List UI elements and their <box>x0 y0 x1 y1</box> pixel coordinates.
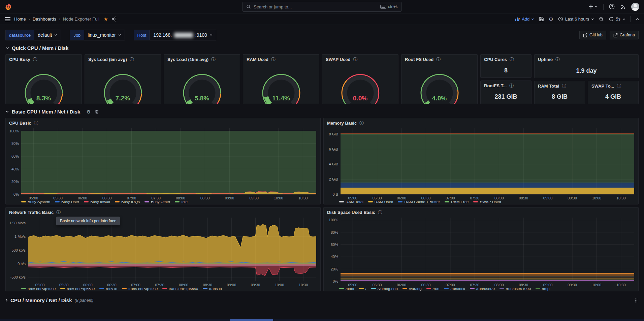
legend-series-label: Busy Iowait <box>90 201 110 204</box>
dashboard-settings-icon[interactable]: ⚙ <box>549 17 553 22</box>
panel-header[interactable]: Memory Basic ⓘ <box>324 118 638 126</box>
disk-space-chart[interactable]: 0%20%40%60%80%100%05:0005:3006:0006:3007… <box>325 216 637 288</box>
svg-text:60%: 60% <box>331 243 338 247</box>
panel-header[interactable]: CPU Busy ⓘ <box>6 55 82 62</box>
user-avatar[interactable] <box>631 3 639 11</box>
info-icon[interactable]: ⓘ <box>359 121 364 125</box>
grafana-link[interactable]: Grafana <box>610 31 639 39</box>
panel-header[interactable]: Sys Load (5m avg) ⓘ <box>85 55 161 62</box>
info-icon[interactable]: ⓘ <box>378 210 382 215</box>
panel-title: CPU Cores <box>484 57 507 62</box>
share-icon[interactable] <box>111 17 117 22</box>
favorite-star-icon[interactable]: ★ <box>103 16 108 22</box>
svg-text:07:00: 07:00 <box>131 283 140 287</box>
network-traffic-chart[interactable]: -500 kb/s0 b/s500 kb/s1 Mb/s1.50 Mb/s05:… <box>7 216 319 288</box>
row-header-quick[interactable]: Quick CPU / Mem / Disk <box>5 45 639 51</box>
row-settings-icon[interactable]: ⚙ <box>86 109 91 114</box>
info-icon[interactable]: ⓘ <box>33 57 37 62</box>
info-icon[interactable]: ⓘ <box>130 57 134 62</box>
github-link[interactable]: GitHub <box>579 31 606 39</box>
breadcrumb-home[interactable]: Home <box>14 17 26 22</box>
grafana-logo-icon[interactable] <box>5 3 12 10</box>
info-icon[interactable]: ⓘ <box>562 84 566 88</box>
panel-cpu-busy: CPU Busy ⓘ 8.3% <box>5 54 82 104</box>
time-range-picker[interactable]: Last 6 hours <box>558 17 594 22</box>
panel-header[interactable]: Disk Space Used Basic ⓘ <box>324 207 638 215</box>
next-row-panel-edge <box>230 319 273 321</box>
variable-label[interactable]: datasource <box>5 30 34 40</box>
divider <box>603 4 604 10</box>
info-icon[interactable]: ⓘ <box>34 121 38 125</box>
variable-label[interactable]: Job <box>70 30 84 40</box>
panel-header[interactable]: RootFS T... ⓘ <box>481 81 531 88</box>
dashboard-content: datasource default Job linux_monitor Hos… <box>0 25 644 305</box>
cpu-basic-chart[interactable]: 0%20%40%60%80%100%05:0005:3006:0006:3007… <box>7 126 319 201</box>
row-header-basic[interactable]: Basic CPU / Mem / Net / Disk ⚙ <box>5 109 639 115</box>
top-bar: Search or jump to... ctrl+k <box>0 0 644 13</box>
panel-header[interactable]: Sys Load (15m avg) ⓘ <box>164 55 240 62</box>
breadcrumb-current: Node Exporter Full <box>63 17 99 22</box>
legend-series-color <box>84 201 89 202</box>
svg-text:-500 kb/s: -500 kb/s <box>10 275 26 279</box>
info-icon[interactable]: ⓘ <box>271 57 276 62</box>
legend-series-label: /run/lock <box>450 288 465 291</box>
legend-series-color <box>339 288 344 289</box>
legend-series-label: /run <box>433 288 440 291</box>
svg-text:10:00: 10:00 <box>275 283 284 287</box>
panel-header[interactable]: CPU Basic ⓘ <box>6 118 320 126</box>
panel-title: RootFS T... <box>484 83 507 88</box>
panel-header[interactable]: RAM Total ⓘ <box>535 81 585 89</box>
variable-label[interactable]: Host <box>134 30 150 40</box>
datasource-select[interactable]: default <box>34 30 61 40</box>
panel-disk-space-used-basic: Disk Space Used Basic ⓘ 0%20%40%60%80%10… <box>323 207 639 291</box>
help-button[interactable] <box>609 4 615 9</box>
chart-grid: CPU Basic ⓘ 0%20%40%60%80%100%05:0005:30… <box>5 118 639 291</box>
row-header-collapsed[interactable]: CPU / Memory / Net / Disk (8 panels) <box>5 295 639 305</box>
panel-header[interactable]: SWAP To... ⓘ <box>588 81 638 89</box>
info-icon[interactable]: ⓘ <box>510 57 514 62</box>
gauge-value: 0.0% <box>322 95 398 102</box>
add-button[interactable]: Add <box>515 17 534 22</box>
info-icon[interactable]: ⓘ <box>353 57 357 62</box>
svg-text:10:00: 10:00 <box>274 196 283 200</box>
new-menu-button[interactable] <box>588 4 598 9</box>
memory-basic-chart[interactable]: 0 B2 GiB4 GiB6 GiB8 GiB05:0005:3006:0006… <box>325 126 637 201</box>
zoom-out-icon[interactable] <box>599 17 604 22</box>
breadcrumb-dashboards[interactable]: Dashboards <box>33 17 56 22</box>
panel-title: Uptime <box>538 57 553 62</box>
chart-legend: /boot//var/log.hdd/var/log/run/run/lock/… <box>324 288 638 291</box>
info-icon[interactable]: ⓘ <box>555 57 560 62</box>
svg-text:09:30: 09:30 <box>249 196 259 200</box>
menu-icon[interactable] <box>5 17 11 22</box>
panel-header[interactable]: RAM Used ⓘ <box>243 55 319 62</box>
legend-series-label: / <box>365 288 366 291</box>
chevron-up-icon[interactable] <box>635 18 639 21</box>
host-select[interactable]: 192.168. :9100 <box>150 30 216 40</box>
legend-series-label: Busy IRQs <box>121 201 140 204</box>
legend-series-color <box>21 288 26 289</box>
panel-header[interactable]: Root FS Used ⓘ <box>401 55 477 62</box>
svg-text:10:00: 10:00 <box>592 283 602 287</box>
panel-header[interactable]: Network Traffic Basic ⓘ <box>6 207 320 215</box>
svg-text:08:30: 08:30 <box>519 283 528 287</box>
svg-text:08:00: 08:00 <box>179 283 188 287</box>
panel-header[interactable]: CPU Cores ⓘ <box>481 55 531 62</box>
info-icon[interactable]: ⓘ <box>617 84 621 88</box>
panel-header[interactable]: SWAP Used ⓘ <box>322 55 398 62</box>
panel-header[interactable]: Uptime ⓘ <box>535 55 638 62</box>
search-input[interactable]: Search or jump to... ctrl+k <box>243 2 401 12</box>
save-icon[interactable] <box>539 17 544 22</box>
job-select[interactable]: linux_monitor <box>84 30 125 40</box>
legend-series-color <box>398 201 402 202</box>
svg-text:0 b/s: 0 b/s <box>18 262 26 266</box>
info-icon[interactable]: ⓘ <box>56 210 61 215</box>
info-icon[interactable]: ⓘ <box>436 57 441 62</box>
trash-icon[interactable] <box>95 109 99 114</box>
refresh-picker[interactable]: 5s <box>609 17 625 22</box>
drag-handle-icon[interactable] <box>635 298 639 303</box>
news-button[interactable] <box>620 4 626 9</box>
info-icon[interactable]: ⓘ <box>509 84 514 88</box>
legend-series-color <box>359 288 364 289</box>
variable-datasource: datasource default <box>5 30 61 40</box>
info-icon[interactable]: ⓘ <box>211 57 216 62</box>
